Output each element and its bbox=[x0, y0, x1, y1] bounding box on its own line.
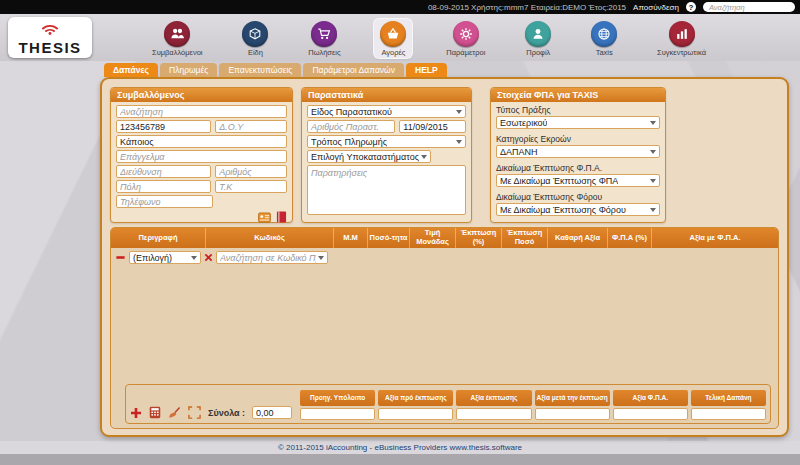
branch-select[interactable]: Επιλογή Υποκαταστήματος bbox=[307, 150, 431, 163]
zip-field[interactable] bbox=[215, 180, 287, 193]
clear-row-icon[interactable] bbox=[204, 253, 213, 262]
cart-icon bbox=[311, 21, 337, 47]
profession-field[interactable] bbox=[116, 150, 287, 163]
doy-field[interactable] bbox=[215, 120, 287, 133]
col-discount-pct: Έκπτωση (%) bbox=[456, 228, 502, 248]
outflow-category-value: ΔΑΠΑΝΗ bbox=[500, 147, 538, 157]
final-expense-field[interactable] bbox=[691, 408, 766, 420]
chevron-down-icon bbox=[421, 155, 427, 159]
vat-field-label: Δικαίωμα Έκπτωσης Φ.Π.Α. bbox=[496, 163, 660, 173]
copyright-strip: © 2011-2015 iAccounting - eBusiness Prov… bbox=[0, 441, 800, 454]
totals-actions: Σύνολα : bbox=[130, 406, 292, 420]
item-select[interactable]: (Επιλογή) bbox=[129, 251, 201, 264]
people-icon bbox=[164, 21, 190, 47]
remove-row-icon[interactable] bbox=[115, 252, 126, 263]
nav-item-contractors[interactable]: Συμβαλλόμενοι bbox=[146, 19, 209, 58]
discount-value-field[interactable] bbox=[456, 408, 531, 420]
box-icon bbox=[242, 21, 268, 47]
document-box-title: Παραστατικά bbox=[302, 88, 471, 102]
add-row-icon[interactable] bbox=[130, 407, 142, 419]
nav-item-summaries[interactable]: Συγκεντρωτικά bbox=[651, 19, 712, 58]
document-type-select[interactable]: Είδος Παραστατικού bbox=[307, 105, 466, 118]
gear-icon bbox=[453, 21, 479, 47]
product-code-search-select[interactable]: Αναζήτηση σε Κωδικό Προϊόντος bbox=[216, 251, 328, 264]
chevron-down-icon bbox=[191, 256, 197, 260]
nav-item-sales[interactable]: Πωλήσεις bbox=[302, 19, 346, 58]
total-col-final-expense: Τελική Δαπάνη bbox=[691, 390, 766, 406]
afm-field[interactable] bbox=[116, 120, 211, 133]
totals-bar: Σύνολα : Προηγ. Υπόλοιπο Αξία πρό έκπτωσ… bbox=[125, 384, 771, 424]
previous-balance-field[interactable] bbox=[300, 408, 375, 420]
tab-help[interactable]: HELP bbox=[406, 63, 447, 77]
thesis-logo[interactable]: THESIS bbox=[8, 17, 92, 58]
notes-textarea[interactable] bbox=[307, 165, 466, 215]
vat-field-vat-deduction: Δικαίωμα Έκπτωσης Φ.Π.Α. Με Δικαίωμα Έκπ… bbox=[496, 163, 660, 187]
document-date-field[interactable] bbox=[399, 120, 466, 133]
nav-item-parameters[interactable]: Παράμετροι bbox=[440, 19, 491, 58]
chevron-down-icon bbox=[318, 256, 324, 260]
tab-reprints[interactable]: Επανεκτυπώσεις bbox=[219, 63, 301, 77]
col-description: Περιγραφή bbox=[111, 228, 206, 248]
total-col-vat-value: Αξία Φ.Π.Α. bbox=[613, 390, 688, 406]
bottom-bar bbox=[0, 454, 800, 465]
tab-bar: Δαπάνες Πληρωμές Επανεκτυπώσεις Παράμετρ… bbox=[104, 63, 447, 77]
nav-item-purchases[interactable]: Αγορές bbox=[374, 19, 412, 58]
topbar: 08-09-2015 Χρήστης:mmm7 Εταιρεία:DEMO Έτ… bbox=[0, 0, 800, 14]
address-field[interactable] bbox=[116, 165, 211, 178]
outflow-category-select[interactable]: ΔΑΠΑΝΗ bbox=[496, 145, 660, 158]
items-grid: Περιγραφή Κωδικός Μ.Μ Ποσό-τητα Τιμή Μον… bbox=[110, 227, 779, 429]
transaction-type-value: Εσωτερικού bbox=[500, 118, 547, 128]
globe-icon bbox=[591, 21, 617, 47]
app-header: THESIS Συμβαλλόμενοι Είδη Πωλήσεις Αγορέ… bbox=[0, 14, 800, 61]
vat-field-outflow-category: Κατηγορίες Εκροών ΔΑΠΑΝΗ bbox=[496, 134, 660, 158]
phone-field[interactable] bbox=[116, 195, 213, 208]
nav-label: Αγορές bbox=[381, 48, 405, 57]
total-col-previous-balance: Προηγ. Υπόλοιπο bbox=[300, 390, 375, 406]
ledger-book-icon[interactable] bbox=[276, 211, 287, 223]
col-unit: Μ.Μ bbox=[334, 228, 368, 248]
transaction-type-select[interactable]: Εσωτερικού bbox=[496, 116, 660, 129]
nav-item-items[interactable]: Είδη bbox=[236, 19, 274, 58]
party-name-field[interactable] bbox=[116, 135, 287, 148]
tab-payments[interactable]: Πληρωμές bbox=[160, 63, 217, 77]
nav-item-profile[interactable]: Προφίλ bbox=[519, 19, 557, 58]
items-grid-header: Περιγραφή Κωδικός Μ.Μ Ποσό-τητα Τιμή Μον… bbox=[111, 228, 778, 248]
totals-sum-field[interactable] bbox=[252, 406, 292, 419]
total-col-value-before-discount: Αξία πρό έκπτωσης bbox=[378, 390, 453, 406]
chevron-down-icon bbox=[650, 208, 656, 212]
chart-icon bbox=[669, 21, 695, 47]
vat-field-transaction-type: Τύπος Πράξης Εσωτερικού bbox=[496, 105, 660, 129]
value-after-discount-field[interactable] bbox=[535, 408, 610, 420]
totals-columns: Προηγ. Υπόλοιπο Αξία πρό έκπτωσης Αξία έ… bbox=[300, 390, 766, 420]
vat-field-label: Κατηγορίες Εκροών bbox=[496, 134, 660, 144]
nav-item-taxis[interactable]: Taxis bbox=[585, 19, 623, 58]
session-info: 08-09-2015 Χρήστης:mmm7 Εταιρεία:DEMO Έτ… bbox=[428, 3, 626, 12]
value-before-discount-field[interactable] bbox=[378, 408, 453, 420]
vat-value-field[interactable] bbox=[613, 408, 688, 420]
basket-icon bbox=[380, 21, 406, 47]
profile-icon bbox=[525, 21, 551, 47]
party-box: Συμβαλλόμενος bbox=[110, 87, 293, 223]
street-number-field[interactable] bbox=[215, 165, 287, 178]
nav-label: Παράμετροι bbox=[446, 48, 485, 57]
document-number-field[interactable] bbox=[307, 120, 395, 133]
logout-link[interactable]: Αποσύνδεση bbox=[633, 3, 679, 12]
vat-deduction-select[interactable]: Με Δικαίωμα Έκπτωσης ΦΠΑ bbox=[496, 174, 660, 187]
tax-deduction-select[interactable]: Με Δικαίωμα Έκπτωσης Φόρου bbox=[496, 203, 660, 216]
payment-method-select[interactable]: Τρόπος Πληρωμής bbox=[307, 135, 466, 148]
city-field[interactable] bbox=[116, 180, 211, 193]
copyright-text: © 2011-2015 iAccounting - eBusiness Prov… bbox=[278, 443, 522, 452]
contact-card-icon[interactable] bbox=[258, 211, 271, 223]
party-search-input[interactable] bbox=[116, 105, 287, 118]
col-code: Κωδικός bbox=[206, 228, 334, 248]
help-icon[interactable]: ? bbox=[686, 2, 696, 12]
clean-broom-icon[interactable] bbox=[168, 406, 181, 419]
document-type-value: Είδος Παραστατικού bbox=[311, 107, 392, 117]
tab-expenses[interactable]: Δαπάνες bbox=[104, 63, 158, 77]
nav-label: Taxis bbox=[596, 48, 613, 57]
global-search-input[interactable] bbox=[703, 2, 795, 12]
calculator-icon[interactable] bbox=[149, 406, 161, 419]
tab-expense-parameters[interactable]: Παράμετροι Δαπανών bbox=[303, 63, 404, 77]
expand-icon[interactable] bbox=[188, 406, 201, 419]
vat-deduction-value: Με Δικαίωμα Έκπτωσης ΦΠΑ bbox=[500, 176, 618, 186]
